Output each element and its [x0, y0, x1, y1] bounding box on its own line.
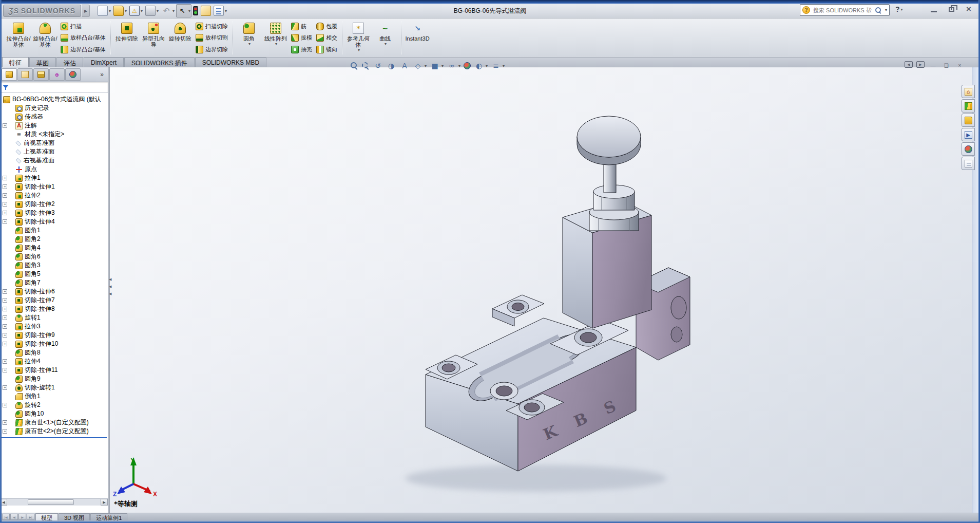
- tree-item[interactable]: 原点: [0, 165, 108, 174]
- tree-item[interactable]: +切除-拉伸6: [0, 287, 108, 296]
- expand-plus-icon[interactable]: +: [3, 333, 7, 338]
- open-document-dropdown-arrow[interactable]: ▾: [125, 9, 127, 13]
- menu-flyout-arrow[interactable]: ▶: [82, 5, 90, 17]
- shell-button[interactable]: 抽壳: [290, 44, 313, 54]
- zoom-fit-button[interactable]: [350, 62, 358, 70]
- tree-item[interactable]: ≡材质 <未指定>: [0, 130, 108, 139]
- search-box[interactable]: ? ▾: [800, 4, 890, 16]
- view-orientation-dropdown-arrow[interactable]: ▾: [425, 64, 427, 68]
- expand-plus-icon[interactable]: +: [3, 184, 7, 189]
- tree-item[interactable]: +A注解: [0, 121, 108, 130]
- revolved-boss-button[interactable]: 旋转凸台/基体: [32, 20, 59, 55]
- minimize-button[interactable]: [927, 4, 940, 14]
- property-manager-tab[interactable]: [17, 68, 33, 81]
- tree-item[interactable]: 圆角6: [0, 252, 108, 261]
- boundary-cut-button[interactable]: 边界切除: [195, 44, 229, 54]
- undo-button[interactable]: ↶▾: [160, 4, 176, 17]
- study-tab-运动算例1[interactable]: 运动算例1: [90, 513, 127, 520]
- open-document-button[interactable]: ▾: [112, 4, 128, 17]
- tree-item[interactable]: +切除-拉伸8: [0, 305, 108, 313]
- view-settings-button[interactable]: ≡▾: [491, 61, 505, 71]
- expand-plus-icon[interactable]: +: [3, 211, 7, 215]
- expand-plus-icon[interactable]: +: [3, 298, 7, 303]
- tree-item[interactable]: 圆角9: [0, 375, 108, 383]
- swept-cut-button[interactable]: 扫描切除: [195, 21, 229, 31]
- undo-dropdown-arrow[interactable]: ▾: [172, 9, 175, 13]
- hide-show-items-dropdown-arrow[interactable]: ▾: [458, 64, 460, 68]
- tree-root-item[interactable]: BG-06BG-06先导式溢流阀 (默认: [0, 95, 108, 104]
- tree-item[interactable]: +切除-旋转1: [0, 383, 108, 392]
- mirror-button[interactable]: 镜向: [315, 44, 338, 54]
- tab-草图[interactable]: 草图: [29, 58, 56, 67]
- tree-item[interactable]: +切除-拉伸10: [0, 340, 108, 348]
- tree-item[interactable]: 圆角8: [0, 348, 108, 357]
- tree-item[interactable]: +旋转1: [0, 313, 108, 322]
- tree-item[interactable]: +旋转2: [0, 401, 108, 409]
- tree-item[interactable]: +切除-拉伸4: [0, 217, 108, 226]
- expand-plus-icon[interactable]: +: [3, 176, 7, 180]
- curves-dropdown-arrow[interactable]: ▾: [385, 42, 387, 46]
- tab-评估[interactable]: 评估: [56, 58, 83, 67]
- tree-horizontal-scrollbar[interactable]: ◀ ▶: [0, 498, 108, 506]
- select-button[interactable]: ↖▾: [176, 4, 191, 17]
- expand-plus-icon[interactable]: +: [3, 123, 7, 128]
- study-tab-3D 视图[interactable]: 3D 视图: [59, 513, 90, 520]
- expand-plus-icon[interactable]: +: [3, 429, 7, 434]
- view-settings-dropdown-arrow[interactable]: ▾: [503, 64, 505, 68]
- collapse-left-pane-button[interactable]: ◀: [905, 61, 913, 68]
- expand-plus-icon[interactable]: +: [3, 202, 7, 207]
- display-style-dropdown-arrow[interactable]: ▾: [441, 64, 444, 68]
- custom-properties-tab[interactable]: [962, 157, 975, 170]
- configuration-manager-tab[interactable]: [33, 68, 49, 81]
- zoom-area-button[interactable]: [361, 62, 370, 70]
- expand-plus-icon[interactable]: +: [3, 359, 7, 364]
- tab-SOLIDWORKS 插件[interactable]: SOLIDWORKS 插件: [124, 58, 195, 67]
- tree-item[interactable]: +切除-拉伸2: [0, 200, 108, 209]
- tree-filter-bar[interactable]: [0, 82, 108, 93]
- scroll-right-button[interactable]: ▶: [101, 499, 108, 506]
- pocket-counterbore-hole[interactable]: [490, 382, 518, 400]
- print-document-button[interactable]: ▾: [144, 4, 160, 17]
- save-document-button[interactable]: ⚠▾: [128, 4, 144, 17]
- tower-front-face[interactable]: [563, 217, 592, 328]
- restore-button[interactable]: [945, 4, 958, 14]
- view-palette-tab[interactable]: ▶: [962, 128, 975, 141]
- expand-plus-icon[interactable]: +: [3, 289, 7, 294]
- tab-特征[interactable]: 特征: [2, 57, 29, 67]
- adjustment-knob[interactable]: [577, 116, 641, 165]
- tree-item[interactable]: +拉伸2: [0, 191, 108, 200]
- edit-appearance-button[interactable]: [464, 62, 471, 69]
- tree-item[interactable]: +拉伸4: [0, 357, 108, 366]
- tab-SOLIDWORKS MBD[interactable]: SOLIDWORKS MBD: [195, 58, 266, 67]
- curves-button[interactable]: ~曲线▾: [372, 20, 398, 55]
- tree-item[interactable]: 前视基准面: [0, 139, 108, 147]
- select-dropdown-arrow[interactable]: ▾: [188, 9, 190, 13]
- options-dropdown-arrow[interactable]: ▾: [225, 9, 227, 13]
- hide-show-items-button[interactable]: ∞▾: [447, 61, 460, 71]
- file-properties-button[interactable]: [200, 4, 212, 17]
- hole-wizard-button[interactable]: 异型孔向导: [140, 20, 167, 55]
- wrap-button[interactable]: 包覆: [315, 21, 338, 31]
- expand-plus-icon[interactable]: +: [3, 315, 7, 320]
- last-study-button[interactable]: ▶|: [27, 514, 34, 520]
- view-orientation-button[interactable]: ◇▾: [413, 61, 427, 71]
- reference-geometry-dropdown-arrow[interactable]: ▾: [358, 48, 360, 52]
- linear-pattern-button[interactable]: 线性阵列▾: [262, 20, 289, 55]
- extruded-cut-button[interactable]: 拉伸切除: [113, 20, 140, 55]
- expand-plus-icon[interactable]: +: [3, 368, 7, 372]
- appearances-tab[interactable]: [962, 142, 975, 156]
- expand-plus-icon[interactable]: +: [3, 193, 7, 198]
- search-icon[interactable]: [875, 7, 882, 14]
- instant3d-button[interactable]: ↘Instant3D: [404, 20, 431, 55]
- boundary-boss-button[interactable]: 边界凸台/基体: [60, 44, 107, 54]
- search-input[interactable]: [812, 7, 873, 14]
- tree-item[interactable]: 传感器: [0, 113, 108, 121]
- resources-tab[interactable]: ⌂: [962, 85, 975, 98]
- collapse-right-pane-button[interactable]: ▶: [916, 61, 925, 68]
- tree-item[interactable]: +拉伸3: [0, 322, 108, 331]
- rib-button[interactable]: 筋: [290, 21, 313, 31]
- study-tab-模型[interactable]: 模型: [35, 513, 58, 520]
- manager-tabs-overflow[interactable]: »: [100, 71, 107, 78]
- tree-item[interactable]: +切除-拉伸7: [0, 296, 108, 305]
- lofted-boss-button[interactable]: 放样凸台/基体: [60, 33, 107, 43]
